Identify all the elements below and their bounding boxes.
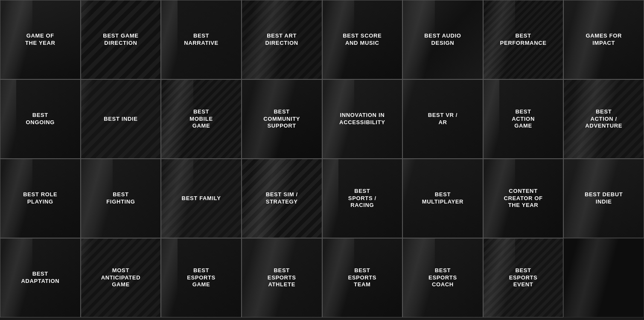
card-best-esports-game[interactable]: BESTESPORTSGAME [161, 238, 242, 317]
card-label-best-esports-athlete: BESTESPORTSATHLETE [263, 263, 300, 293]
card-empty [563, 238, 644, 317]
card-best-adaptation[interactable]: BESTADAPTATION [0, 238, 81, 317]
card-best-audio-design[interactable]: BEST AUDIODESIGN [402, 0, 483, 79]
card-games-for-impact[interactable]: GAMES FORIMPACT [563, 0, 644, 79]
card-best-sim-strategy[interactable]: BEST SIM /STRATEGY [242, 159, 322, 238]
card-best-indie[interactable]: BEST INDIE [81, 79, 161, 159]
card-label-best-fighting: BESTFIGHTING [102, 187, 139, 210]
card-best-esports-team[interactable]: BESTESPORTSTEAM [322, 238, 403, 317]
card-best-game-direction[interactable]: BEST GAMEDIRECTION [81, 0, 161, 79]
card-content-creator-of-the-year[interactable]: CONTENTCREATOR OFTHE YEAR [483, 159, 564, 238]
card-label-best-multiplayer: BESTMULTIPLAYER [418, 187, 468, 210]
card-best-ongoing[interactable]: BESTONGOING [0, 79, 81, 159]
card-best-vr-ar[interactable]: BEST VR /AR [402, 79, 483, 159]
card-label-best-game-direction: BEST GAMEDIRECTION [99, 28, 143, 51]
card-label-best-sports-racing: BESTSPORTS /RACING [344, 183, 381, 214]
card-label-best-action-game: BESTACTIONGAME [507, 104, 539, 134]
card-label-most-anticipated-game: MOSTANTICIPATEDGAME [97, 263, 145, 293]
card-label-best-role-playing: BEST ROLEPLAYING [19, 187, 61, 210]
card-best-esports-event[interactable]: BESTESPORTSEVENT [483, 238, 564, 317]
card-label-best-family: BEST FAMILY [178, 191, 225, 207]
card-label-games-for-impact: GAMES FORIMPACT [581, 28, 626, 51]
card-best-community-support[interactable]: BESTCOMMUNITYSUPPORT [242, 79, 322, 159]
card-label-best-action-adventure: BESTACTION /ADVENTURE [581, 104, 627, 134]
card-label-best-ongoing: BESTONGOING [22, 108, 59, 131]
awards-grid: GAME OFTHE YEARBEST GAMEDIRECTIONBESTNAR… [0, 0, 644, 320]
card-label-best-art-direction: BEST ARTDIRECTION [261, 28, 303, 51]
card-best-performance[interactable]: BESTPERFORMANCE [483, 0, 564, 79]
card-best-sports-racing[interactable]: BESTSPORTS /RACING [322, 159, 403, 238]
card-label-best-audio-design: BEST AUDIODESIGN [420, 28, 465, 51]
card-label-best-esports-game: BESTESPORTSGAME [183, 263, 220, 293]
card-label-best-esports-coach: BESTESPORTSCOACH [424, 263, 461, 293]
card-best-esports-coach[interactable]: BESTESPORTSCOACH [402, 238, 483, 317]
card-label-best-indie: BEST INDIE [99, 111, 142, 127]
card-label-best-community-support: BESTCOMMUNITYSUPPORT [259, 104, 304, 134]
card-label-best-esports-team: BESTESPORTSTEAM [344, 263, 381, 293]
card-label-best-score-and-music: BEST SCOREAND MUSIC [338, 28, 386, 51]
card-label-best-mobile-game: BESTMOBILEGAME [185, 104, 217, 134]
card-best-narrative[interactable]: BESTNARRATIVE [161, 0, 242, 79]
card-game-of-the-year[interactable]: GAME OFTHE YEAR [0, 0, 81, 79]
card-label-content-creator-of-the-year: CONTENTCREATOR OFTHE YEAR [499, 183, 547, 214]
card-label-best-sim-strategy: BEST SIM /STRATEGY [262, 187, 302, 210]
card-innovation-in-accessibility[interactable]: INNOVATION INACCESSIBILITY [322, 79, 403, 159]
card-best-mobile-game[interactable]: BESTMOBILEGAME [161, 79, 242, 159]
card-label-innovation-in-accessibility: INNOVATION INACCESSIBILITY [335, 108, 389, 131]
card-best-debut-indie[interactable]: BEST DEBUTINDIE [563, 159, 644, 238]
card-most-anticipated-game[interactable]: MOSTANTICIPATEDGAME [81, 238, 161, 317]
card-label-best-performance: BESTPERFORMANCE [496, 28, 551, 51]
card-best-family[interactable]: BEST FAMILY [161, 159, 242, 238]
card-label-best-esports-event: BESTESPORTSEVENT [505, 263, 542, 293]
card-best-art-direction[interactable]: BEST ARTDIRECTION [242, 0, 322, 79]
card-label-best-adaptation: BESTADAPTATION [17, 266, 64, 289]
card-best-esports-athlete[interactable]: BESTESPORTSATHLETE [242, 238, 322, 317]
card-best-fighting[interactable]: BESTFIGHTING [81, 159, 161, 238]
card-label-best-vr-ar: BEST VR /AR [424, 108, 462, 131]
card-best-score-and-music[interactable]: BEST SCOREAND MUSIC [322, 0, 403, 79]
card-best-multiplayer[interactable]: BESTMULTIPLAYER [402, 159, 483, 238]
card-best-action-game[interactable]: BESTACTIONGAME [483, 79, 564, 159]
card-label-best-debut-indie: BEST DEBUTINDIE [580, 187, 627, 210]
card-label-game-of-the-year: GAME OFTHE YEAR [21, 28, 60, 51]
card-label-best-narrative: BESTNARRATIVE [180, 28, 223, 51]
card-best-action-adventure[interactable]: BESTACTION /ADVENTURE [563, 79, 644, 159]
card-best-role-playing[interactable]: BEST ROLEPLAYING [0, 159, 81, 238]
